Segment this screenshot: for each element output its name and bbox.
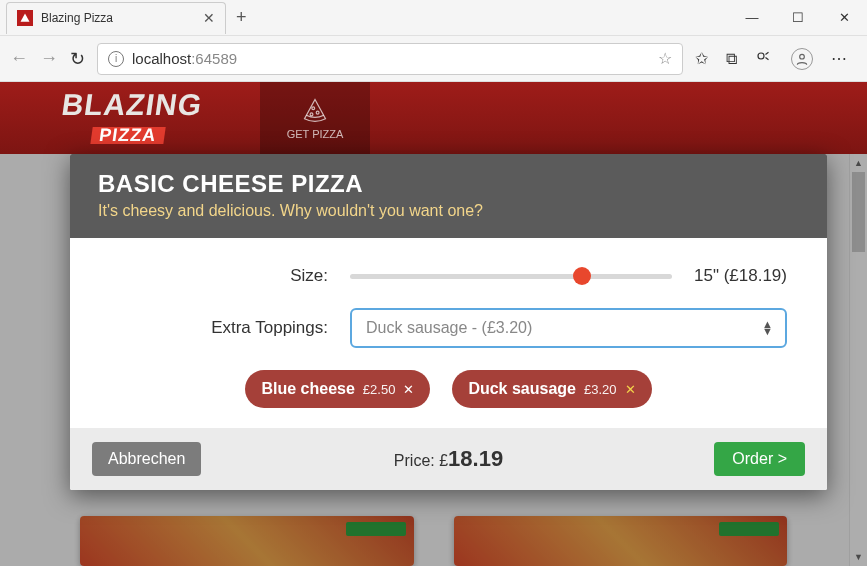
dialog-subtitle: It's cheesy and delicious. Why wouldn't … xyxy=(98,202,799,220)
browser-tab[interactable]: Blazing Pizza ✕ xyxy=(6,2,226,34)
brand-logo[interactable]: BLAZING PIZZA xyxy=(56,92,204,144)
tab-close-icon[interactable]: ✕ xyxy=(203,10,215,26)
toppings-label: Extra Toppings: xyxy=(110,318,350,338)
svg-point-4 xyxy=(310,113,313,116)
price-display: Price: £18.19 xyxy=(394,446,503,472)
size-value: 15" (£18.19) xyxy=(694,266,787,286)
dialog-header: BASIC CHEESE PIZZA It's cheesy and delic… xyxy=(70,154,827,238)
svg-point-0 xyxy=(758,53,764,59)
menu-icon[interactable]: ⋯ xyxy=(831,49,849,68)
forward-icon[interactable]: → xyxy=(40,48,58,69)
favorites-toolbar-icon[interactable]: ✩ xyxy=(695,49,708,68)
url-text: localhost:64589 xyxy=(132,50,237,67)
svg-point-2 xyxy=(312,107,315,110)
size-label: Size: xyxy=(110,266,350,286)
site-info-icon[interactable]: i xyxy=(108,51,124,67)
minimize-button[interactable]: — xyxy=(729,2,775,34)
close-window-button[interactable]: ✕ xyxy=(821,2,867,34)
new-tab-button[interactable]: + xyxy=(236,7,247,28)
tab-title: Blazing Pizza xyxy=(41,11,195,25)
collections-icon[interactable]: ⧉ xyxy=(726,50,737,68)
configure-pizza-dialog: BASIC CHEESE PIZZA It's cheesy and delic… xyxy=(70,154,827,490)
slider-thumb[interactable] xyxy=(573,267,591,285)
select-value: Duck sausage - (£3.20) xyxy=(366,319,532,337)
svg-point-1 xyxy=(800,54,805,59)
refresh-icon[interactable]: ↻ xyxy=(70,48,85,70)
nav-get-pizza[interactable]: GET PIZZA xyxy=(260,82,370,154)
remove-topping-icon[interactable]: ✕ xyxy=(625,382,636,397)
dialog-title: BASIC CHEESE PIZZA xyxy=(98,170,799,198)
size-slider[interactable] xyxy=(350,266,672,286)
maximize-button[interactable]: ☐ xyxy=(775,2,821,34)
back-icon[interactable]: ← xyxy=(10,48,28,69)
topping-chip-blue-cheese: Blue cheese £2.50 ✕ xyxy=(245,370,430,408)
address-bar[interactable]: i localhost:64589 ☆ xyxy=(97,43,683,75)
page-content: ▲ ▼ BASIC CHEESE PIZZA It's cheesy and d… xyxy=(0,154,867,566)
cancel-button[interactable]: Abbrechen xyxy=(92,442,201,476)
app-header: BLAZING PIZZA GET PIZZA xyxy=(0,82,867,154)
remove-topping-icon[interactable]: ✕ xyxy=(403,382,414,397)
order-button[interactable]: Order > xyxy=(714,442,805,476)
topping-chip-duck-sausage: Duck sausage £3.20 ✕ xyxy=(452,370,651,408)
pizza-slice-icon xyxy=(301,96,329,124)
window-controls: — ☐ ✕ xyxy=(729,2,867,34)
window-titlebar: Blazing Pizza ✕ + — ☐ ✕ xyxy=(0,0,867,36)
favorite-icon[interactable]: ☆ xyxy=(658,49,672,68)
share-icon[interactable] xyxy=(755,50,773,68)
toppings-select[interactable]: Duck sausage - (£3.20) ▲▼ xyxy=(350,308,787,348)
chevron-updown-icon: ▲▼ xyxy=(762,321,773,335)
browser-toolbar: ← → ↻ i localhost:64589 ☆ ✩ ⧉ ⋯ xyxy=(0,36,867,82)
profile-icon[interactable] xyxy=(791,48,813,70)
dialog-footer: Abbrechen Price: £18.19 Order > xyxy=(70,428,827,490)
svg-point-3 xyxy=(316,111,319,114)
favicon-icon xyxy=(17,10,33,26)
